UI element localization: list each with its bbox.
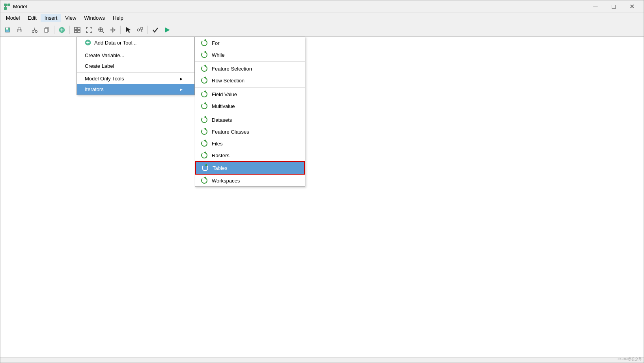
iter-sep3 xyxy=(195,113,305,113)
svg-rect-23 xyxy=(78,27,80,30)
cycle-icon-multivalue xyxy=(201,102,208,110)
toolbar xyxy=(0,23,644,37)
cycle-icon-tables xyxy=(202,164,209,171)
svg-line-15 xyxy=(35,29,35,31)
svg-rect-1 xyxy=(7,4,10,6)
sep3 xyxy=(69,26,70,34)
iterators-submenu: For While Feature Selection Row Selectio… xyxy=(195,37,305,187)
minimize-button[interactable]: ─ xyxy=(587,1,604,12)
cycle-icon-feature-sel xyxy=(201,65,208,72)
insert-dropdown: Add Data or Tool... Create Variable... C… xyxy=(77,37,195,95)
title-bar: Model ─ □ ✕ xyxy=(0,0,644,13)
svg-line-29 xyxy=(102,31,104,33)
svg-rect-25 xyxy=(78,30,80,33)
print-button[interactable] xyxy=(14,25,25,35)
cycle-icon-workspaces xyxy=(201,177,208,184)
iterator-workspaces[interactable]: Workspaces xyxy=(195,175,305,186)
iterator-row-selection[interactable]: Row Selection xyxy=(195,74,305,86)
iterator-tables[interactable]: Tables xyxy=(195,161,305,175)
menu-model[interactable]: Model xyxy=(2,14,24,22)
sep2 xyxy=(54,26,54,34)
svg-rect-9 xyxy=(18,28,21,30)
menu-windows[interactable]: Windows xyxy=(80,14,109,22)
iterators-item[interactable]: Iterators xyxy=(77,84,194,95)
add-data-toolbar-button[interactable] xyxy=(56,25,67,35)
cycle-icon-rasters xyxy=(201,152,208,159)
cycle-icon-for xyxy=(201,39,208,47)
select-button[interactable] xyxy=(123,25,134,35)
svg-rect-24 xyxy=(75,30,77,33)
svg-rect-10 xyxy=(18,30,21,32)
zoom-in-button[interactable] xyxy=(95,25,106,35)
svg-point-11 xyxy=(20,30,21,30)
cut-button[interactable] xyxy=(29,25,40,35)
svg-marker-33 xyxy=(141,30,142,32)
svg-rect-22 xyxy=(75,27,77,30)
app-icon xyxy=(4,3,11,10)
cycle-icon-while xyxy=(201,51,208,58)
cycle-icon-row-sel xyxy=(201,77,208,84)
iter-sep2 xyxy=(195,87,305,87)
cycle-icon-datasets xyxy=(201,116,208,123)
iterator-while[interactable]: While xyxy=(195,49,305,61)
iterator-files[interactable]: Files xyxy=(195,138,305,149)
run-button[interactable] xyxy=(162,25,173,35)
corner-watermark: CSDN@公众号 xyxy=(616,356,644,363)
svg-rect-2 xyxy=(4,7,7,10)
cycle-icon-field-val xyxy=(201,91,208,98)
svg-marker-35 xyxy=(165,28,170,32)
cycle-icon-files xyxy=(201,140,208,147)
create-variable-item[interactable]: Create Variable... xyxy=(77,50,194,61)
menu-help[interactable]: Help xyxy=(109,14,127,22)
window-controls: ─ □ ✕ xyxy=(587,1,640,12)
cycle-icon-feature-cls xyxy=(201,128,208,135)
menu-insert[interactable]: Insert xyxy=(41,14,62,22)
menu-bar: Model Edit Insert View Windows Help xyxy=(0,13,644,23)
sep5 xyxy=(147,26,148,34)
full-extent-button[interactable] xyxy=(84,25,95,35)
canvas-area: Add Data or Tool... Create Variable... C… xyxy=(0,37,644,363)
svg-point-12 xyxy=(32,30,34,32)
iterator-field-value[interactable]: Field Value xyxy=(195,88,305,100)
svg-rect-6 xyxy=(6,28,8,30)
iterator-feature-classes[interactable]: Feature Classes xyxy=(195,126,305,138)
window-title: Model xyxy=(13,4,587,9)
iter-sep1 xyxy=(195,61,305,62)
svg-line-32 xyxy=(140,29,140,30)
sep4 xyxy=(120,26,121,34)
svg-point-30 xyxy=(137,29,140,31)
save-button[interactable] xyxy=(2,25,13,35)
menu-sep2 xyxy=(77,72,194,73)
svg-rect-7 xyxy=(6,30,9,32)
sep1 xyxy=(27,26,27,34)
create-label-item[interactable]: Create Label xyxy=(77,61,194,71)
main-window: Model ─ □ ✕ Model Edit Insert View Windo… xyxy=(0,0,644,363)
svg-point-31 xyxy=(140,27,143,30)
menu-sep1 xyxy=(77,49,194,49)
svg-point-13 xyxy=(35,30,37,32)
iterator-for[interactable]: For xyxy=(195,37,305,49)
model-only-tools-item[interactable]: Model Only Tools xyxy=(77,73,194,84)
menu-edit[interactable]: Edit xyxy=(24,14,40,22)
svg-rect-18 xyxy=(45,28,48,32)
pan-button[interactable] xyxy=(107,25,118,35)
connect-button[interactable] xyxy=(134,25,146,35)
menu-view[interactable]: View xyxy=(61,14,80,22)
iterator-multivalue[interactable]: Multivalue xyxy=(195,100,305,112)
add-data-tool-item[interactable]: Add Data or Tool... xyxy=(77,37,194,48)
close-button[interactable]: ✕ xyxy=(623,1,640,12)
horizontal-scrollbar[interactable] xyxy=(0,357,644,363)
iterator-rasters[interactable]: Rasters xyxy=(195,149,305,161)
validate-button[interactable] xyxy=(150,25,161,35)
maximize-button[interactable]: □ xyxy=(605,1,622,12)
iterator-datasets[interactable]: Datasets xyxy=(195,114,305,126)
fit-to-window-button[interactable] xyxy=(72,25,83,35)
iterator-feature-selection[interactable]: Feature Selection xyxy=(195,63,305,74)
svg-rect-0 xyxy=(4,4,7,6)
copy-button[interactable] xyxy=(41,25,52,35)
